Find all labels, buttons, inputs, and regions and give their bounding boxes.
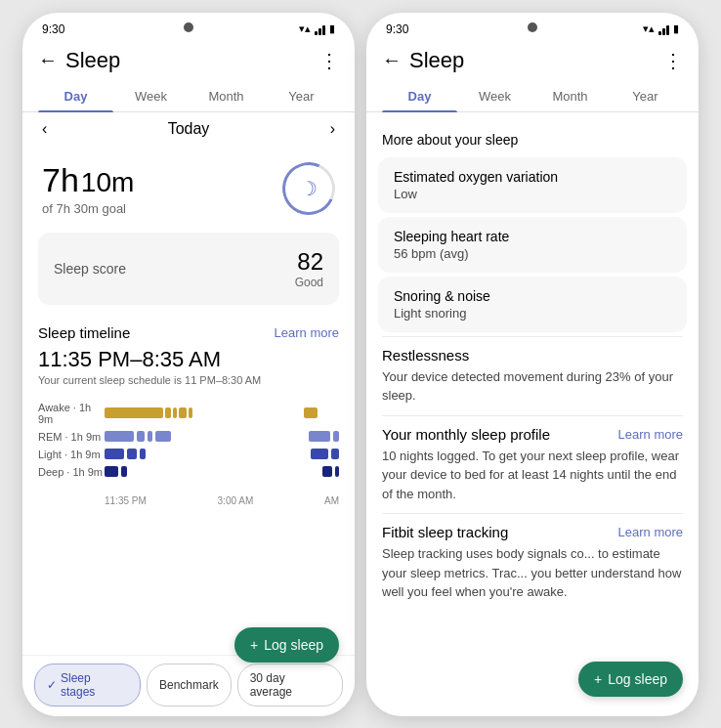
nav-next[interactable]: › bbox=[330, 120, 335, 138]
heartrate-title: Sleeping heart rate bbox=[394, 229, 671, 244]
monthly-header: Your monthly sleep profile Learn more bbox=[382, 426, 683, 443]
bottom-spacer-left bbox=[22, 510, 355, 559]
sleep-circle: ☽ bbox=[275, 154, 342, 222]
light-seg-3 bbox=[140, 449, 146, 459]
tab-month-right[interactable]: Month bbox=[532, 81, 608, 111]
heartrate-value: 56 bpm (avg) bbox=[394, 246, 671, 261]
time-range-value: 11:35 PM–8:35 AM bbox=[38, 347, 221, 371]
tab-week-left[interactable]: Week bbox=[113, 81, 189, 111]
light-segments bbox=[105, 449, 339, 459]
timeline-header: Sleep timeline Learn more bbox=[22, 313, 355, 345]
rem-seg-3 bbox=[148, 431, 152, 442]
tabs-right: Day Week Month Year bbox=[366, 81, 699, 112]
monthly-title: Your monthly sleep profile bbox=[382, 426, 550, 443]
status-bar-right: 9:30 ▾▴ ▮ bbox=[366, 13, 699, 40]
log-sleep-label-left: Log sleep bbox=[264, 637, 323, 653]
duration-goal: of 7h 30m goal bbox=[42, 201, 126, 216]
rem-seg-4 bbox=[155, 431, 171, 442]
nav-prev[interactable]: ‹ bbox=[42, 120, 47, 138]
score-value: 82 bbox=[295, 248, 323, 276]
more-menu-left[interactable]: ⋮ bbox=[319, 49, 339, 72]
time-axis-end: AM bbox=[324, 495, 339, 506]
score-sub: Good bbox=[295, 276, 323, 289]
awake-seg-5 bbox=[189, 407, 192, 418]
metric-card-heartrate[interactable]: Sleeping heart rate 56 bpm (avg) bbox=[378, 217, 687, 273]
deep-seg-1 bbox=[105, 466, 118, 477]
back-button-left[interactable]: ← bbox=[38, 49, 58, 71]
snoring-value: Light snoring bbox=[394, 306, 671, 321]
status-icons-right: ▾▴ ▮ bbox=[643, 22, 679, 35]
tab-day-left[interactable]: Day bbox=[38, 81, 113, 111]
back-button-right[interactable]: ← bbox=[382, 49, 402, 71]
awake-segments bbox=[105, 407, 339, 418]
rem-seg-1 bbox=[105, 431, 134, 442]
oxygen-value: Low bbox=[394, 187, 671, 201]
metric-card-oxygen[interactable]: Estimated oxygen variation Low bbox=[378, 157, 687, 213]
time-axis: 11:35 PM 3:00 AM AM bbox=[22, 492, 355, 510]
timeline-row-rem: REM · 1h 9m bbox=[38, 431, 339, 443]
time-range: 11:35 PM–8:35 AM bbox=[22, 345, 355, 372]
wifi-icon-right: ▾▴ bbox=[643, 22, 655, 35]
sleep-stages-button[interactable]: ✓ Sleep stages bbox=[34, 664, 141, 707]
camera-dot-left bbox=[184, 22, 193, 32]
rem-seg-5 bbox=[309, 431, 330, 442]
camera-dot-right bbox=[528, 22, 537, 32]
tab-month-left[interactable]: Month bbox=[189, 81, 264, 111]
wifi-icon: ▾▴ bbox=[299, 22, 311, 35]
monthly-learn-more[interactable]: Learn more bbox=[618, 427, 683, 442]
tab-week-right[interactable]: Week bbox=[457, 81, 532, 111]
deep-segments bbox=[105, 466, 339, 477]
30day-button[interactable]: 30 day average bbox=[237, 664, 343, 707]
check-icon: ✓ bbox=[47, 678, 57, 692]
timeline-row-deep: Deep · 1h 9m bbox=[38, 466, 339, 478]
fitbit-learn-more[interactable]: Learn more bbox=[618, 525, 683, 539]
timeline-row-awake: Awake · 1h 9m bbox=[38, 402, 339, 425]
metric-card-snoring[interactable]: Snoring & noise Light snoring bbox=[378, 277, 687, 332]
restlessness-section: Restlessness Your device detected moveme… bbox=[366, 337, 699, 415]
benchmark-label: Benchmark bbox=[159, 678, 219, 692]
awake-seg-6 bbox=[304, 407, 318, 418]
30day-label: 30 day average bbox=[250, 671, 330, 699]
awake-seg-1 bbox=[105, 407, 163, 418]
moon-icon: ☽ bbox=[300, 177, 318, 200]
sleep-timeline: Awake · 1h 9m REM · 1h 9m bbox=[22, 394, 355, 492]
content-right: More about your sleep Estimated oxygen v… bbox=[366, 112, 699, 716]
left-phone: 9:30 ▾▴ ▮ ← Sleep ⋮ Day Week Month Year bbox=[22, 13, 355, 716]
log-sleep-button-right[interactable]: + Log sleep bbox=[578, 662, 683, 697]
plus-icon-left: + bbox=[250, 637, 258, 653]
awake-seg-3 bbox=[173, 407, 177, 418]
awake-seg-4 bbox=[179, 407, 187, 418]
duration-row: 7h 10m bbox=[42, 161, 136, 199]
light-seg-4 bbox=[311, 449, 328, 459]
battery-icon: ▮ bbox=[329, 22, 335, 35]
deep-seg-2 bbox=[121, 466, 127, 477]
time-axis-mid: 3:00 AM bbox=[218, 495, 254, 506]
duration-minutes: 10m bbox=[81, 167, 134, 198]
deep-seg-3 bbox=[322, 466, 332, 477]
more-menu-right[interactable]: ⋮ bbox=[663, 49, 683, 72]
tabs-left: Day Week Month Year bbox=[22, 81, 355, 112]
tab-year-left[interactable]: Year bbox=[264, 81, 339, 111]
bottom-buttons: ✓ Sleep stages Benchmark 30 day average bbox=[22, 655, 355, 716]
fitbit-header: Fitbit sleep tracking Learn more bbox=[382, 524, 683, 540]
log-sleep-button-left[interactable]: + Log sleep bbox=[234, 627, 339, 663]
plus-icon-right: + bbox=[594, 671, 602, 687]
time-axis-start: 11:35 PM bbox=[105, 495, 147, 506]
light-seg-2 bbox=[127, 449, 137, 459]
light-label: Light · 1h 9m bbox=[38, 449, 105, 460]
header-right: ← Sleep ⋮ bbox=[366, 40, 699, 81]
rem-seg-2 bbox=[137, 431, 145, 442]
tab-year-right[interactable]: Year bbox=[608, 81, 683, 111]
benchmark-button[interactable]: Benchmark bbox=[147, 664, 232, 707]
awake-label: Awake · 1h 9m bbox=[38, 402, 105, 425]
sleep-duration: 7h 10m of 7h 30m goal ☽ bbox=[22, 146, 355, 225]
sleep-stages-label: Sleep stages bbox=[61, 671, 128, 699]
deep-seg-4 bbox=[335, 466, 339, 477]
page-title-left: Sleep bbox=[65, 48, 319, 73]
log-sleep-label-right: Log sleep bbox=[608, 671, 667, 687]
timeline-learn-more[interactable]: Learn more bbox=[275, 325, 339, 340]
rem-label: REM · 1h 9m bbox=[38, 431, 105, 443]
right-content-inner: More about your sleep Estimated oxygen v… bbox=[366, 112, 699, 688]
tab-day-right[interactable]: Day bbox=[382, 81, 457, 111]
rem-segments bbox=[105, 431, 339, 442]
